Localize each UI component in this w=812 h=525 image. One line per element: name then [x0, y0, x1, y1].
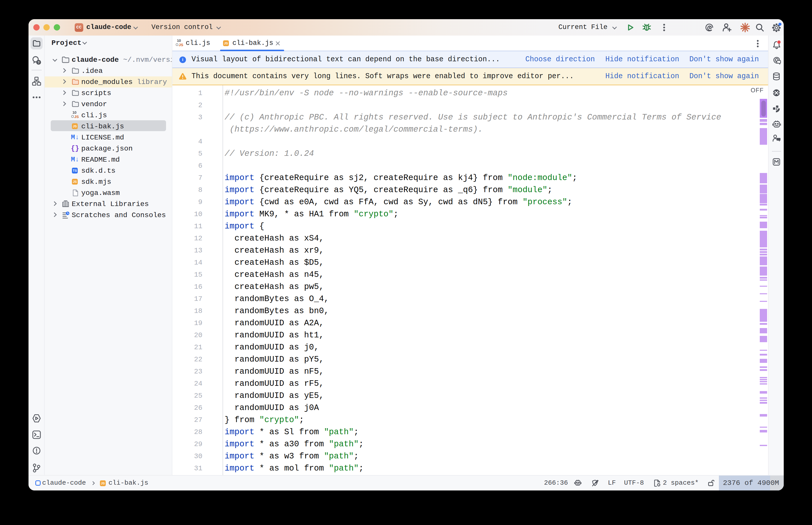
svg-text:?: ? — [38, 61, 40, 64]
